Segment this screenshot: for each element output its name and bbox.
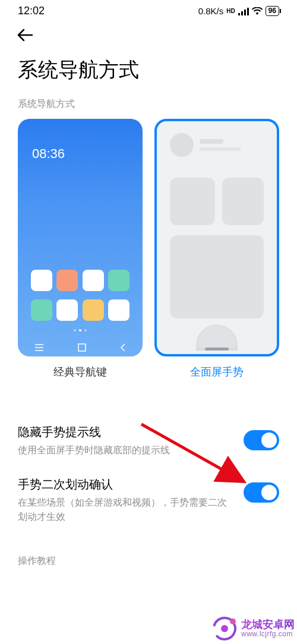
tutorial-section-label: 操作教程 [0, 533, 297, 567]
preview-gesture [154, 119, 279, 356]
watermark-logo-icon [211, 615, 238, 642]
svg-point-7 [230, 618, 236, 624]
option-classic-label: 经典导航键 [53, 356, 107, 379]
svg-point-6 [221, 625, 228, 632]
page-title: 系统导航方式 [0, 47, 297, 98]
arrow-left-icon [17, 29, 33, 42]
chevron-left-icon [120, 343, 126, 352]
square-icon [78, 343, 86, 352]
settings-list: 隐藏手势提示线 使用全面屏手势时隐藏底部的提示线 手势二次划动确认 在某些场景（… [0, 379, 297, 533]
preview-app-grid [18, 270, 143, 321]
setting-title: 隐藏手势提示线 [18, 424, 234, 440]
status-right: 0.8K/s HD 96 [198, 6, 279, 16]
preview-page-dots [18, 329, 143, 332]
watermark: 龙城安卓网 www.lcjrfg.com [211, 615, 295, 642]
svg-rect-3 [247, 8, 249, 15]
back-button[interactable] [17, 27, 33, 43]
setting-desc: 在某些场景（如全屏游戏和视频），手势需要二次划动才生效 [18, 495, 234, 524]
preview-clock: 08:36 [32, 146, 65, 162]
preview-classic: 08:36 [18, 119, 143, 356]
nav-style-options: 08:36 [0, 119, 297, 379]
svg-rect-0 [238, 13, 240, 15]
status-time: 12:02 [18, 5, 45, 17]
section-label: 系统导航方式 [0, 98, 297, 119]
option-gesture-label: 全面屏手势 [190, 356, 244, 379]
battery-indicator: 96 [266, 6, 279, 16]
watermark-name: 龙城安卓网 [241, 619, 295, 631]
status-bar: 12:02 0.8K/s HD 96 [0, 0, 297, 20]
setting-title: 手势二次划动确认 [18, 476, 234, 492]
setting-desc: 使用全面屏手势时隐藏底部的提示线 [18, 443, 234, 457]
preview-navbar [18, 343, 143, 352]
setting-double-swipe-confirm: 手势二次划动确认 在某些场景（如全屏游戏和视频），手势需要二次划动才生效 [18, 467, 279, 533]
toggle-double-swipe-confirm[interactable] [244, 482, 279, 503]
svg-rect-1 [241, 11, 243, 15]
status-net-speed: 0.8K/s [198, 6, 224, 16]
menu-icon [34, 343, 44, 352]
svg-rect-4 [78, 344, 86, 351]
toggle-hide-hint-line[interactable] [244, 430, 279, 450]
option-classic[interactable]: 08:36 [18, 119, 143, 379]
svg-rect-2 [244, 10, 246, 15]
gesture-hint-bar [205, 348, 229, 351]
watermark-url: www.lcjrfg.com [241, 630, 295, 638]
signal-icon [238, 7, 249, 15]
status-hd-label: HD [226, 7, 235, 15]
option-gesture[interactable]: 全面屏手势 [154, 119, 279, 379]
setting-hide-hint-line: 隐藏手势提示线 使用全面屏手势时隐藏底部的提示线 [18, 415, 279, 467]
wifi-icon [251, 7, 263, 15]
